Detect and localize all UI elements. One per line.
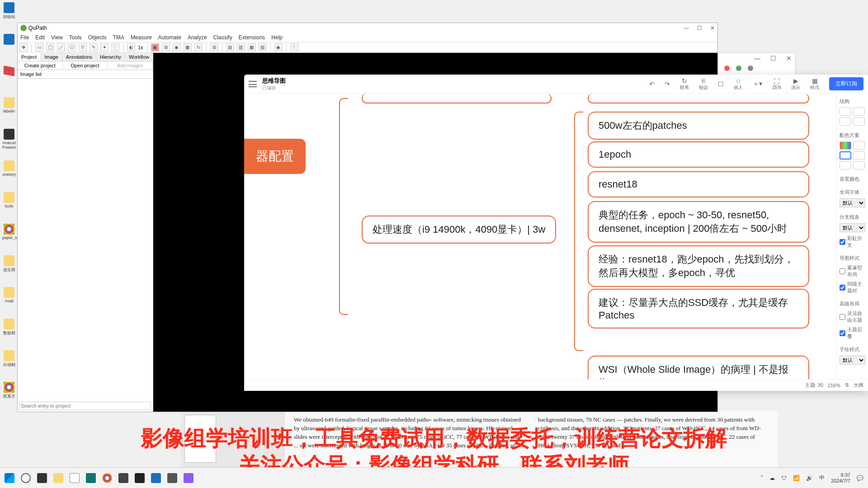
tool-a-icon[interactable]: ▤ (226, 43, 234, 52)
tray-wifi-icon[interactable]: 📶 (793, 475, 800, 481)
app-icon-3[interactable] (118, 473, 128, 483)
structure-opt-1[interactable] (840, 108, 851, 116)
search-icon[interactable] (21, 473, 31, 483)
chrome-taskbar-icon[interactable] (102, 473, 112, 483)
hamburger-icon[interactable] (249, 81, 257, 87)
desktop-icon-2[interactable] (2, 66, 16, 90)
chrome-close-button[interactable]: ✕ (786, 55, 792, 62)
style-button[interactable]: ▦样式 (810, 77, 819, 91)
structure-opt-3[interactable] (840, 117, 851, 126)
color-opt-2[interactable] (853, 141, 865, 150)
hand-select[interactable]: 默认 (840, 356, 865, 365)
mindmap-node-typical[interactable]: 典型的任务，epoch ~ 30-50, resnet50, densenet,… (588, 201, 809, 243)
tool-points-icon[interactable]: ⋮ (111, 43, 119, 52)
desktop-icon-10[interactable]: 数据程 (2, 319, 16, 343)
chrome-minimize-button[interactable]: — (754, 55, 760, 62)
mindmap-node-ssd[interactable]: 建议：尽量弄大点的SSD缓存，尤其是缓存Patches (588, 289, 809, 328)
tray-ime-icon[interactable]: 中 (819, 474, 825, 482)
chrome-maximize-button[interactable]: ☐ (770, 55, 776, 62)
menu-objects[interactable]: Objects (88, 34, 107, 41)
tool-refresh-icon[interactable]: ↻ (194, 43, 203, 52)
zoom-stepper-icon[interactable]: ⇅ (845, 382, 849, 388)
project-search-input[interactable] (19, 402, 151, 410)
app-icon-7[interactable] (184, 473, 193, 483)
menu-file[interactable]: File (20, 34, 29, 41)
zen-button[interactable]: ⛶ZEN (772, 78, 781, 90)
menu-analyze[interactable]: Analyze (188, 34, 207, 41)
tool-b-icon[interactable]: ▥ (237, 43, 245, 52)
tool-d-icon[interactable]: ▧ (259, 43, 267, 52)
menu-view[interactable]: View (51, 34, 63, 41)
desktop-icon-7[interactable]: paper_s (2, 224, 16, 249)
menu-edit[interactable]: Edit (35, 34, 45, 41)
color-opt-1[interactable] (840, 141, 851, 150)
branch-select[interactable]: 默认 (840, 223, 865, 232)
tool-record-icon[interactable]: ◉ (274, 43, 283, 52)
tray-icon-2[interactable]: 🛡 (781, 475, 787, 481)
tool-move-icon[interactable]: ✥ (19, 43, 28, 52)
color-opt-6[interactable] (853, 161, 865, 169)
add-button[interactable]: ＋▾ (753, 80, 762, 88)
tool-polyline-icon[interactable]: V (79, 43, 87, 52)
redo-button[interactable]: ↷ (665, 80, 670, 88)
tool-grid-icon[interactable]: ⊞ (210, 43, 218, 52)
side-button[interactable]: ⎘朝边 (699, 77, 708, 91)
mindmap-node-patches[interactable]: 500w左右的patches (588, 112, 809, 140)
app-icon-2[interactable] (86, 473, 96, 483)
subscribe-button[interactable]: 立即订阅 (829, 77, 863, 90)
zoom-level[interactable]: 216% (828, 383, 840, 388)
explorer-icon[interactable] (53, 473, 63, 483)
menu-help[interactable]: Help (271, 34, 283, 41)
tool-tma-icon[interactable]: ⊞ (162, 43, 170, 52)
tool-detection-icon[interactable]: ◉ (173, 43, 181, 52)
mindmap-node-partial-top-r[interactable] (588, 94, 809, 103)
desktop-icon-recycle[interactable]: 回收站 (2, 2, 16, 27)
tool-polygon-icon[interactable]: ⬠ (68, 43, 76, 52)
desktop-icon-4[interactable]: Anacon Powers (2, 129, 16, 154)
menu-measure[interactable]: Measure (131, 34, 152, 41)
tool-ellipse-icon[interactable]: ◯ (46, 43, 54, 52)
color-opt-5[interactable] (840, 161, 851, 169)
desktop-icon-5[interactable]: onetory (2, 160, 16, 185)
open-project-button[interactable]: Open project (63, 61, 108, 70)
mindmap-node-epoch[interactable]: 1epoch (588, 141, 809, 168)
desktop-icon-11[interactable]: 白场制 (2, 350, 16, 375)
tool-fill-icon[interactable]: ▦ (184, 43, 192, 52)
desktop-icon-6[interactable]: tools (2, 192, 16, 217)
undo-button[interactable]: ↶ (649, 80, 655, 88)
tool-brightness-icon[interactable]: ◐ (127, 43, 135, 52)
flex-checkbox[interactable] (840, 314, 845, 320)
qupath-minimize-button[interactable]: — (684, 23, 689, 33)
compact-checkbox[interactable] (840, 268, 845, 274)
tab-annotations[interactable]: Annotations (62, 53, 96, 61)
mindmap-node-partial-top[interactable] (362, 94, 552, 103)
tool-line-icon[interactable]: ／ (57, 43, 65, 52)
tray-icon-1[interactable]: ☁ (769, 475, 775, 481)
align-checkbox[interactable] (840, 285, 845, 291)
app-icon-4[interactable] (135, 473, 145, 483)
ext-menu-icon[interactable] (748, 66, 753, 71)
mindmap-root-node[interactable]: 器配置 (244, 139, 306, 174)
menu-automate[interactable]: Automate (158, 34, 181, 41)
taskview-icon[interactable] (37, 473, 47, 483)
insert-button[interactable]: ☆插入 (734, 77, 743, 91)
tool-script-icon[interactable]: ! (290, 43, 298, 52)
stack-checkbox[interactable] (840, 330, 845, 336)
menu-extensions[interactable]: Extensions (239, 34, 265, 41)
structure-opt-2[interactable] (853, 108, 865, 116)
contact-button[interactable]: ↻联系 (680, 77, 689, 91)
tool-c-icon[interactable]: ▦ (248, 43, 256, 52)
desktop-icon-8[interactable]: 设定程 (2, 255, 16, 280)
tool-annotation-icon[interactable]: ▣ (151, 43, 159, 52)
mindmap-node-speed[interactable]: 处理速度（i9 14900k，4090显卡）| 3w (362, 216, 556, 244)
rainbow-checkbox[interactable] (840, 239, 845, 245)
taskbar-clock[interactable]: 9:37 2024/7/7 (831, 472, 850, 483)
ext-icon-2[interactable] (724, 66, 730, 71)
desktop-icon-9[interactable]: Avail (2, 287, 16, 312)
font-select[interactable]: 默认 (840, 198, 865, 207)
tab-project[interactable]: Project (18, 53, 41, 61)
app-icon-1[interactable] (70, 473, 80, 483)
qupath-maximize-button[interactable]: ☐ (697, 23, 702, 33)
box-button[interactable]: ☐ (718, 80, 724, 88)
app-icon-6[interactable] (167, 473, 177, 483)
